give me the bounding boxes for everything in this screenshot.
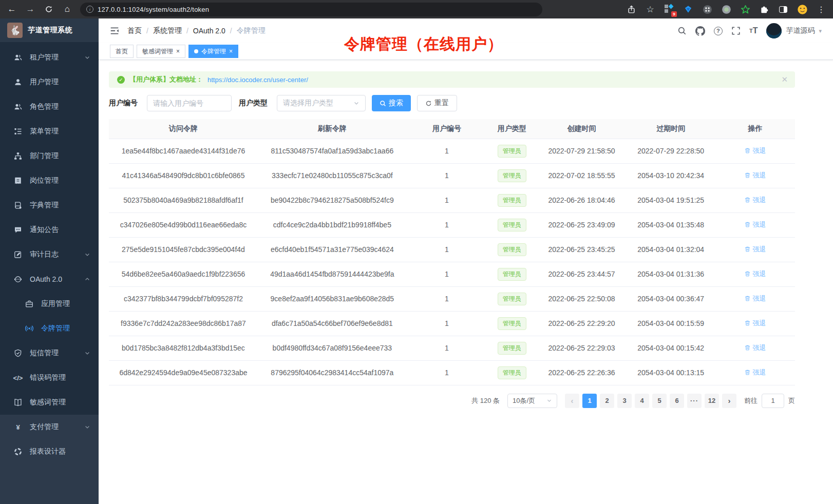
user-id-input[interactable]: [147, 95, 232, 111]
user-id-cell: 1: [407, 360, 487, 385]
page-3-button[interactable]: 3: [617, 394, 632, 408]
force-logout-button[interactable]: 强退: [744, 146, 766, 156]
sidebar-item-error-code[interactable]: </>错误码管理: [0, 365, 99, 390]
sidebar-item-audit-log[interactable]: 审计日志: [0, 242, 99, 267]
help-icon[interactable]: ?: [714, 27, 723, 35]
goto-page-input[interactable]: [762, 394, 784, 408]
doc-link[interactable]: https://doc.iocoder.cn/user-center/: [207, 76, 308, 84]
side-panel-icon[interactable]: [778, 4, 789, 15]
sidebar-item-menu[interactable]: 菜单管理: [0, 119, 99, 144]
created-time-cell: 2022-06-25 22:29:03: [537, 336, 627, 360]
page-6-button[interactable]: 6: [670, 394, 684, 408]
sidebar-item-oauth2-token[interactable]: 令牌管理: [0, 316, 99, 341]
column-header: 操作: [715, 119, 795, 139]
page-1-button[interactable]: 1: [582, 394, 597, 408]
reset-button[interactable]: 重置: [417, 95, 457, 111]
tab-close-icon[interactable]: ×: [176, 48, 180, 54]
sidebar-item-user[interactable]: 用户管理: [0, 70, 99, 94]
sidebar-item-sms[interactable]: 短信管理: [0, 341, 99, 365]
user-type-tag: 管理员: [498, 317, 526, 330]
sidebar-item-oauth2-app[interactable]: 应用管理: [0, 292, 99, 316]
sidebar-item-pay[interactable]: ¥支付管理: [0, 415, 99, 439]
sidebar-item-post[interactable]: 岗位管理: [0, 168, 99, 193]
user-type-cell: 管理员: [487, 286, 537, 311]
force-logout-button[interactable]: 强退: [744, 319, 766, 328]
sidebar-item-sensitive-word[interactable]: 敏感词管理: [0, 390, 99, 415]
created-time-cell: 2022-06-25 22:29:20: [537, 311, 627, 336]
sidebar-item-report-designer[interactable]: 报表设计器: [0, 439, 99, 464]
fullscreen-icon[interactable]: [731, 26, 741, 35]
page-12-button[interactable]: 12: [705, 394, 719, 408]
site-info-icon[interactable]: i: [86, 6, 93, 13]
breadcrumb-item[interactable]: 系统管理: [153, 26, 182, 35]
extension-gem-icon[interactable]: [683, 4, 694, 15]
page-4-button[interactable]: 4: [635, 394, 649, 408]
page-2-button[interactable]: 2: [600, 394, 614, 408]
extension-star-icon[interactable]: [740, 4, 751, 15]
github-icon[interactable]: [695, 26, 705, 36]
page-size-select[interactable]: 10条/页: [507, 394, 557, 408]
user-type-select[interactable]: 请选择用户类型: [277, 95, 366, 111]
profile-emoji-icon[interactable]: [797, 4, 808, 15]
pager: ‹123456···12›: [565, 394, 736, 408]
app-logo[interactable]: 🐇 芋道管理系统: [0, 18, 99, 42]
tab-home[interactable]: 首页: [110, 45, 134, 58]
created-time-cell: 2022-06-26 18:04:46: [537, 188, 627, 212]
tab-oauth2-token[interactable]: 令牌管理×: [188, 45, 238, 58]
access-token-cell: c347026e805e4d99b0d116eae66eda8c: [109, 212, 258, 237]
browser-reload-icon[interactable]: [43, 4, 54, 15]
force-logout-button[interactable]: 强退: [744, 220, 766, 229]
breadcrumb-item[interactable]: OAuth 2.0: [193, 27, 225, 35]
tabs-bar: 首页敏感词管理×令牌管理×: [99, 43, 833, 60]
tab-close-icon[interactable]: ×: [229, 48, 233, 54]
logo-avatar: 🐇: [7, 23, 23, 38]
prev-page-button[interactable]: ‹: [565, 394, 579, 408]
search-icon[interactable]: [677, 26, 687, 35]
browser-forward-icon[interactable]: →: [25, 4, 36, 15]
user-type-tag: 管理员: [498, 169, 526, 182]
extension-puzzle-icon[interactable]: [759, 4, 770, 15]
force-logout-button[interactable]: 强退: [744, 343, 766, 353]
sidebar-item-dict[interactable]: 字典管理: [0, 193, 99, 218]
sidebar-item-notice[interactable]: 通知公告: [0, 218, 99, 242]
sidebar-item-oauth2[interactable]: OAuth 2.0: [0, 267, 99, 292]
share-icon[interactable]: [626, 4, 637, 15]
sidebar-item-dept[interactable]: 部门管理: [0, 144, 99, 168]
force-logout-button[interactable]: 强退: [744, 171, 766, 180]
address-bar[interactable]: i 127.0.0.1:1024/system/oauth2/token: [80, 3, 542, 16]
table-row: 54d6be82ee5a460a9aedc1f9bf22365649d1aa46…: [109, 262, 795, 286]
force-logout-button[interactable]: 强退: [744, 196, 766, 205]
search-button[interactable]: 搜索: [372, 95, 411, 111]
access-token-cell: f9336e7c7dd242a283ee98dc86b17a87: [109, 311, 258, 336]
user-type-tag: 管理员: [498, 342, 526, 355]
font-size-icon[interactable]: TT: [749, 26, 758, 35]
extension-grid-icon[interactable]: 9: [664, 4, 675, 15]
sidebar-item-role[interactable]: 角色管理: [0, 94, 99, 119]
browser-menu-icon[interactable]: ⋮: [816, 4, 827, 15]
pages-more-button[interactable]: ···: [687, 394, 702, 408]
created-time-cell: 2022-06-25 23:45:25: [537, 237, 627, 262]
action-cell: 强退: [715, 286, 795, 311]
action-cell: 强退: [715, 212, 795, 237]
next-page-button[interactable]: ›: [722, 394, 736, 408]
page-5-button[interactable]: 5: [652, 394, 667, 408]
force-logout-button[interactable]: 强退: [744, 269, 766, 279]
bookmark-star-icon[interactable]: ☆: [645, 4, 656, 15]
browser-home-icon[interactable]: ⌂: [62, 4, 73, 15]
user-menu[interactable]: 芋道源码 ▾: [766, 23, 822, 38]
tab-sensitive-word[interactable]: 敏感词管理×: [137, 45, 185, 58]
sidebar-toggle-icon[interactable]: [110, 26, 119, 35]
sidebar-item-tenant[interactable]: 租户管理: [0, 45, 99, 70]
force-logout-button[interactable]: 强退: [744, 294, 766, 303]
breadcrumb-item[interactable]: 首页: [127, 26, 142, 35]
user-type-placeholder: 请选择用户类型: [283, 99, 333, 108]
extension-record-icon[interactable]: [721, 4, 732, 15]
force-logout-button[interactable]: 强退: [744, 245, 766, 254]
user-type-label: 用户类型: [239, 99, 268, 108]
alert-text: 【用户体系】文档地址：: [129, 75, 203, 84]
browser-back-icon[interactable]: ←: [6, 4, 17, 15]
alert-close-icon[interactable]: ✕: [781, 75, 788, 84]
refresh-token-cell: 811c530487574fa0af1a59d3abc1aa66: [258, 139, 407, 163]
force-logout-button[interactable]: 强退: [744, 368, 766, 377]
extension-command-icon[interactable]: [702, 4, 713, 15]
